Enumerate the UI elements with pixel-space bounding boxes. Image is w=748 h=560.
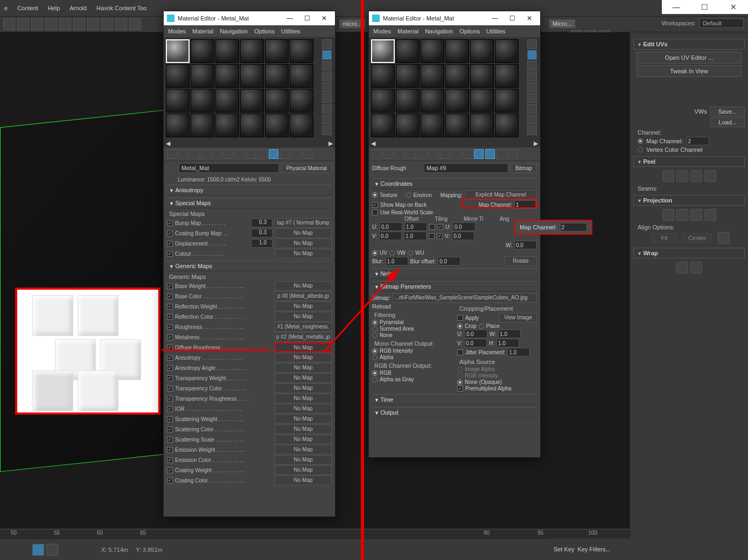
sample-slot[interactable] <box>265 39 289 63</box>
checkbox[interactable] <box>167 220 173 226</box>
menu-item[interactable]: e <box>4 5 8 11</box>
wrap-icon[interactable] <box>676 262 688 274</box>
checkbox[interactable] <box>167 426 173 432</box>
v-tile[interactable] <box>437 233 443 239</box>
rollout-bitmap-parameters[interactable]: Bitmap Parameters <box>372 281 537 292</box>
sample-slot[interactable] <box>396 89 420 113</box>
checkbox[interactable] <box>167 375 173 381</box>
menu-item[interactable]: Content <box>17 5 38 11</box>
mtool-icon[interactable] <box>235 149 244 159</box>
blur-spinner[interactable] <box>386 257 408 265</box>
rollout-noise[interactable]: Noise <box>372 268 537 279</box>
sample-slot[interactable] <box>371 39 395 63</box>
sample-slot[interactable] <box>215 114 239 137</box>
menu-item[interactable]: Material <box>192 28 213 34</box>
eyedropper-icon[interactable] <box>167 163 177 173</box>
vertex-color-radio[interactable] <box>638 147 643 152</box>
lock-icon[interactable] <box>46 544 58 556</box>
bitmap-path-button[interactable]: ...rk\ForMike\Max_SampleScene\SampleCube… <box>393 293 537 303</box>
sample-slot[interactable] <box>421 89 444 113</box>
mtool-icon[interactable] <box>269 149 278 159</box>
map-slot[interactable]: No Map <box>275 404 332 414</box>
bluroffset-spinner[interactable] <box>438 257 460 265</box>
map-slot[interactable]: lap #7 ( Normal Bump <box>275 218 332 228</box>
checkbox[interactable] <box>167 241 173 247</box>
spinner[interactable]: 1.0 <box>251 239 272 248</box>
apply-checkbox[interactable] <box>457 315 463 321</box>
menu-item[interactable]: Help <box>48 5 60 11</box>
peel-icon[interactable] <box>676 170 688 182</box>
checkbox[interactable] <box>167 457 173 463</box>
checkbox[interactable] <box>167 324 173 330</box>
toolbar-icon[interactable] <box>87 18 99 30</box>
mtool-icon[interactable] <box>372 149 382 159</box>
sample-tool-icon[interactable] <box>527 82 537 92</box>
map-slot[interactable]: No Map <box>275 353 332 362</box>
mtool-icon[interactable] <box>280 149 290 159</box>
wu-radio[interactable] <box>408 250 413 256</box>
sample-slot[interactable] <box>240 64 264 88</box>
checkbox[interactable] <box>167 365 173 371</box>
checkbox[interactable] <box>167 293 173 299</box>
place-radio[interactable] <box>479 324 484 329</box>
mtool-icon[interactable] <box>474 149 484 159</box>
alpha-radio[interactable] <box>372 355 378 360</box>
save-button[interactable]: Save... <box>710 107 745 116</box>
mtool-icon[interactable] <box>497 149 506 159</box>
u-offset[interactable] <box>380 222 402 231</box>
menu-item[interactable]: Navigation <box>220 28 248 34</box>
sample-slot[interactable] <box>166 39 190 63</box>
rollout-edit-uvs[interactable]: Edit UVs <box>633 39 745 50</box>
fit-button[interactable]: Fit <box>652 233 677 243</box>
toolbar-icon[interactable] <box>129 18 141 30</box>
mtool-icon[interactable] <box>246 149 256 159</box>
sample-tool-icon[interactable] <box>322 39 332 49</box>
checkbox[interactable] <box>167 230 173 236</box>
sample-slot[interactable] <box>470 89 494 113</box>
checkbox[interactable] <box>167 478 173 484</box>
mtool-icon[interactable] <box>485 149 495 159</box>
sample-slot[interactable] <box>191 89 214 113</box>
rgbint-radio[interactable] <box>372 348 378 354</box>
u-tiling[interactable] <box>404 222 427 231</box>
u-mirror[interactable] <box>429 224 435 230</box>
menu-item[interactable]: Modes <box>373 28 391 34</box>
map-slot[interactable]: No Map <box>275 435 332 444</box>
center-button[interactable]: Center <box>682 233 712 243</box>
checkbox[interactable] <box>167 283 173 289</box>
checkbox[interactable] <box>372 209 378 215</box>
menu-item[interactable]: Modes <box>168 28 186 34</box>
v-offset[interactable] <box>379 232 402 240</box>
sample-slot[interactable] <box>495 89 519 113</box>
sample-slot[interactable] <box>166 89 190 113</box>
jitter-spinner[interactable] <box>507 348 530 356</box>
map-slot[interactable]: No Map <box>275 475 332 485</box>
sample-slot[interactable] <box>215 64 239 88</box>
map-slot[interactable]: No Map <box>275 228 332 238</box>
uv-radio[interactable] <box>372 250 378 256</box>
map-slot[interactable]: No Map <box>275 414 332 424</box>
crop-w[interactable] <box>498 330 521 338</box>
u-angle[interactable] <box>453 222 476 231</box>
rollout-generic-maps[interactable]: Generic Maps <box>167 261 332 271</box>
spinner[interactable]: 0.3 <box>251 219 272 227</box>
mtool-icon[interactable] <box>383 149 393 159</box>
sample-slot[interactable] <box>265 89 289 113</box>
sample-tool-icon[interactable] <box>322 125 332 135</box>
close-icon[interactable]: ✕ <box>719 0 748 14</box>
crop-h[interactable] <box>497 339 519 347</box>
map-slot[interactable]: No Map <box>275 239 332 248</box>
sample-tool-icon[interactable] <box>527 93 537 103</box>
map-slot[interactable]: p #2 (Metal_metallic.jp <box>275 332 332 342</box>
mtool-icon[interactable] <box>212 149 222 159</box>
sample-slot[interactable] <box>445 89 469 113</box>
wrap-icon[interactable] <box>690 262 702 274</box>
sample-slot[interactable] <box>240 89 264 113</box>
rollout-time[interactable]: Time <box>372 394 537 405</box>
none-radio[interactable] <box>372 333 378 338</box>
sample-slot[interactable] <box>470 64 494 88</box>
projection-extra-icon[interactable] <box>718 232 730 244</box>
toolbar-icon[interactable] <box>101 18 113 30</box>
toolbar-icon[interactable] <box>31 18 43 30</box>
sample-scrollbar[interactable]: ◀▶ <box>369 139 540 147</box>
